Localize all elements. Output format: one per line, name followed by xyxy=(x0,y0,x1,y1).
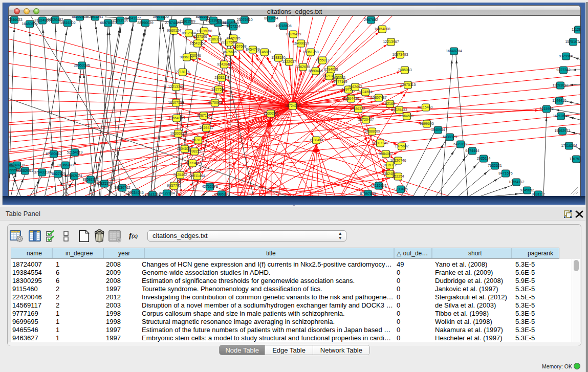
svg-text:94641177: 94641177 xyxy=(125,16,141,20)
svg-text:26053346: 26053346 xyxy=(74,63,90,67)
svg-text:37643310: 37643310 xyxy=(34,170,50,174)
svg-text:21364436: 21364436 xyxy=(343,97,359,100)
svg-text:16033809: 16033809 xyxy=(205,18,221,22)
svg-text:13226058: 13226058 xyxy=(196,29,212,33)
svg-text:23076910: 23076910 xyxy=(236,18,252,21)
svg-text:39673100: 39673100 xyxy=(153,16,168,18)
svg-text:1615112: 1615112 xyxy=(383,163,397,167)
svg-text:62160: 62160 xyxy=(385,102,395,105)
svg-text:6479197: 6479197 xyxy=(453,142,467,146)
svg-text:2987682: 2987682 xyxy=(364,18,378,21)
svg-text:42301241: 42301241 xyxy=(87,16,103,18)
svg-text:9474444: 9474444 xyxy=(465,149,479,152)
svg-text:88592782: 88592782 xyxy=(82,178,98,181)
svg-text:16107553: 16107553 xyxy=(168,101,184,104)
svg-text:1167533: 1167533 xyxy=(570,157,580,161)
svg-text:9242848: 9242848 xyxy=(217,62,231,66)
svg-text:15692971: 15692971 xyxy=(554,129,570,133)
svg-text:3675685: 3675685 xyxy=(223,50,236,54)
svg-text:8186328: 8186328 xyxy=(208,37,222,41)
svg-text:3498222: 3498222 xyxy=(187,149,201,153)
svg-text:17016504: 17016504 xyxy=(561,144,577,147)
svg-text:8990448: 8990448 xyxy=(309,69,322,73)
svg-text:9227342: 9227342 xyxy=(556,68,570,72)
svg-text:16409910: 16409910 xyxy=(293,41,309,45)
svg-text:15720407: 15720407 xyxy=(358,118,374,121)
svg-text:67390467: 67390467 xyxy=(46,152,61,156)
svg-text:9327508: 9327508 xyxy=(222,40,236,44)
svg-text:9331112: 9331112 xyxy=(532,192,545,196)
svg-text:42762079: 42762079 xyxy=(202,185,217,188)
svg-text:70825377: 70825377 xyxy=(96,182,112,185)
svg-text:7462662: 7462662 xyxy=(348,85,362,89)
svg-text:50234045: 50234045 xyxy=(127,191,143,194)
svg-text:10654112: 10654112 xyxy=(509,180,525,184)
svg-text:2935114: 2935114 xyxy=(477,157,491,160)
svg-text:76627625: 76627625 xyxy=(50,172,66,176)
svg-text:8912954: 8912954 xyxy=(182,31,195,35)
svg-text:3267110: 3267110 xyxy=(197,114,211,117)
svg-text:19654985: 19654985 xyxy=(168,116,184,120)
svg-text:2867608: 2867608 xyxy=(232,45,246,48)
svg-text:1244415: 1244415 xyxy=(552,99,566,102)
svg-text:9657791: 9657791 xyxy=(167,184,181,187)
svg-text:16961758: 16961758 xyxy=(302,50,318,54)
svg-text:7625402: 7625402 xyxy=(173,173,187,177)
svg-text:81366283: 81366283 xyxy=(57,163,73,167)
svg-text:6794028: 6794028 xyxy=(324,68,338,71)
svg-text:5359411: 5359411 xyxy=(200,126,213,129)
svg-text:7955812: 7955812 xyxy=(315,58,329,62)
svg-text:15751074: 15751074 xyxy=(565,40,580,43)
svg-text:9146821: 9146821 xyxy=(257,50,271,54)
svg-text:1322037: 1322037 xyxy=(282,60,296,63)
svg-text:10688609: 10688609 xyxy=(364,129,380,133)
svg-text:12213369: 12213369 xyxy=(168,85,184,89)
svg-text:10973493: 10973493 xyxy=(392,53,408,56)
svg-text:16154808: 16154808 xyxy=(374,27,390,31)
svg-text:29361589: 29361589 xyxy=(179,19,195,23)
svg-text:58530762: 58530762 xyxy=(114,186,130,189)
svg-text:10807487: 10807487 xyxy=(371,96,386,99)
svg-text:7485063: 7485063 xyxy=(398,68,411,72)
svg-text:2803144: 2803144 xyxy=(214,76,228,79)
svg-text:8471676: 8471676 xyxy=(498,171,512,175)
svg-text:9527506: 9527506 xyxy=(193,35,207,38)
svg-text:43343251: 43343251 xyxy=(144,193,160,196)
svg-text:93082061: 93082061 xyxy=(17,169,33,172)
svg-text:18807249: 18807249 xyxy=(372,141,388,145)
svg-text:1588520: 1588520 xyxy=(271,56,285,59)
svg-text:34127884: 34127884 xyxy=(159,191,175,195)
svg-text:14136141: 14136141 xyxy=(371,184,386,187)
svg-text:7632621: 7632621 xyxy=(488,164,502,167)
svg-text:16210643: 16210643 xyxy=(553,114,569,118)
svg-text:9245652: 9245652 xyxy=(520,188,534,192)
svg-text:27874421: 27874421 xyxy=(165,21,181,25)
svg-text:2718176: 2718176 xyxy=(176,70,189,74)
svg-text:72492024: 72492024 xyxy=(66,174,82,178)
svg-text:38816302: 38816302 xyxy=(59,21,75,25)
svg-text:68202938: 68202938 xyxy=(72,16,88,18)
svg-text:18724007: 18724007 xyxy=(285,104,300,107)
svg-text:16480894: 16480894 xyxy=(21,22,37,26)
svg-text:7357224: 7357224 xyxy=(226,25,240,28)
svg-text:87097845: 87097845 xyxy=(360,192,376,195)
svg-text:3215955: 3215955 xyxy=(539,107,553,111)
svg-text:9329966: 9329966 xyxy=(559,54,573,58)
svg-text:4170065: 4170065 xyxy=(208,101,222,104)
svg-text:1975692: 1975692 xyxy=(395,144,408,148)
svg-text:30246633: 30246633 xyxy=(9,18,23,21)
svg-text:9660124: 9660124 xyxy=(167,29,181,32)
svg-text:9699695: 9699695 xyxy=(420,122,433,125)
svg-text:11325419: 11325419 xyxy=(286,32,301,36)
svg-text:1733426: 1733426 xyxy=(394,187,407,191)
svg-text:20986393: 20986393 xyxy=(213,192,229,196)
svg-text:9084067: 9084067 xyxy=(379,152,393,156)
svg-text:9896122: 9896122 xyxy=(180,55,193,59)
svg-text:12213967: 12213967 xyxy=(383,40,399,43)
svg-text:19218506: 19218506 xyxy=(275,24,291,28)
svg-text:9777169: 9777169 xyxy=(333,80,347,83)
svg-text:12093832: 12093832 xyxy=(552,83,568,87)
svg-text:1938454: 1938454 xyxy=(309,138,323,142)
svg-text:16543362: 16543362 xyxy=(189,41,205,45)
svg-text:867833: 867833 xyxy=(192,138,204,142)
